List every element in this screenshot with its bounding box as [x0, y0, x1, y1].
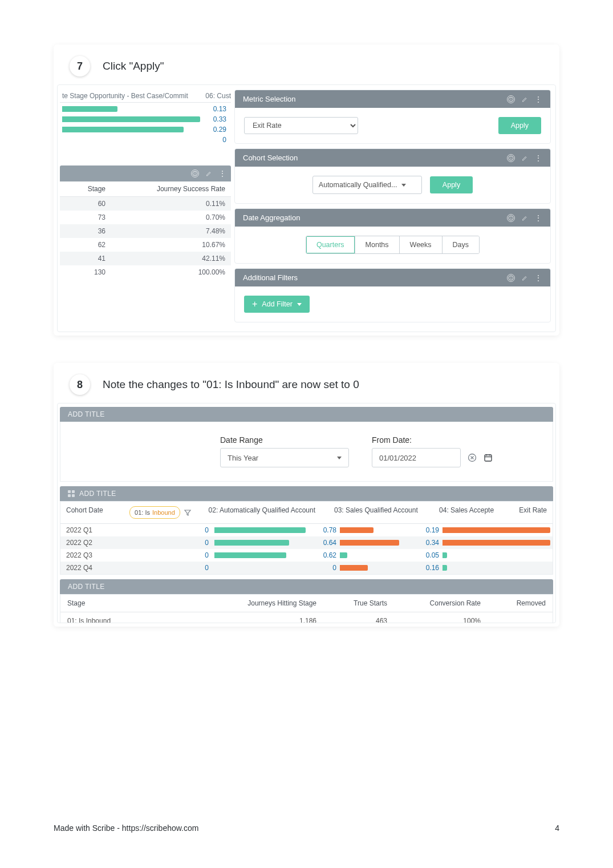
svg-rect-16 — [485, 455, 492, 461]
step-8-number: 8 — [70, 374, 90, 395]
table-row: 6210.67% — [60, 238, 231, 252]
info-icon[interactable] — [191, 169, 199, 177]
stage-h1: Journeys Hitting Stage — [218, 595, 323, 612]
cohort-select[interactable]: Automatically Qualified... — [312, 176, 422, 194]
more-icon[interactable]: ⋮ — [534, 214, 542, 222]
step-7-title: Click "Apply" — [103, 60, 164, 72]
date-aggregation-title: Date Aggregation — [243, 213, 507, 222]
bar-row: 0.33 — [62, 114, 229, 124]
filter-icon[interactable] — [184, 508, 192, 516]
step-8-card: 8 Note the changes to "01: Is Inbound" a… — [54, 363, 559, 627]
svg-point-14 — [510, 276, 511, 277]
more-icon[interactable]: ⋮ — [534, 274, 542, 282]
page-number: 4 — [555, 823, 559, 833]
more-icon[interactable]: ⋮ — [534, 95, 542, 103]
metric-selection-title: Metric Selection — [243, 95, 507, 103]
aggregation-option-days[interactable]: Days — [442, 236, 479, 253]
info-icon[interactable] — [507, 274, 515, 282]
step-7-body: te Stage Opportunity - Best Case/Commit … — [57, 84, 556, 332]
plus-icon: + — [252, 300, 257, 309]
cohort-exit-rate-grid: Cohort Date 01: Is Inbound 02: Automatic… — [60, 501, 553, 575]
table-row: 730.70% — [60, 211, 231, 224]
metric-selection-panel: Metric Selection ⋮ Exit Rate Apply — [234, 90, 551, 144]
date-range-value: This Year — [228, 454, 258, 462]
additional-filters-title: Additional Filters — [243, 273, 507, 282]
left-column-headers: te Stage Opportunity - Best Case/Commit … — [60, 90, 231, 103]
edit-icon[interactable] — [521, 154, 529, 162]
stage-h4: Removed — [488, 595, 553, 612]
grid-h-c4: 04: Sales Accepte — [433, 502, 500, 523]
chip-pre: 01: Is — [135, 509, 150, 516]
date-range-row: Date Range This Year From Date: 01/01/20… — [60, 422, 553, 482]
metric-select[interactable]: Exit Rate — [244, 117, 358, 134]
stage-row: 01: Is Inbound1,186463100% — [60, 612, 553, 623]
aggregation-option-quarters[interactable]: Quarters — [306, 236, 355, 253]
svg-point-11 — [510, 216, 511, 217]
add-title-bar-3[interactable]: ADD TITLE — [60, 579, 553, 594]
info-icon[interactable] — [507, 214, 515, 222]
date-aggregation-panel: Date Aggregation ⋮ QuartersMonthsWeeksDa… — [234, 208, 551, 264]
bar-value: 0.13 — [200, 105, 229, 113]
success-rate-table: Stage Journey Success Rate 600.11%730.70… — [60, 181, 231, 279]
cohort-apply-button[interactable]: Apply — [430, 176, 473, 193]
add-title-bar-2[interactable]: ADD TITLE — [60, 486, 553, 501]
filter-chip[interactable]: 01: Is Inbound — [129, 506, 180, 519]
svg-point-5 — [510, 98, 511, 98]
stage-h2: True Starts — [323, 595, 394, 612]
grid-row: 2022 Q300.620.05 — [60, 549, 553, 562]
step-8-body: ADD TITLE Date Range This Year From Date… — [57, 403, 556, 623]
grid-h-c2: 02: Automatically Qualified Account — [203, 502, 328, 523]
step-8-header: 8 Note the changes to "01: Is Inbound" a… — [54, 363, 559, 401]
stage-table-header: Stage Journeys Hitting Stage True Starts… — [60, 595, 553, 612]
edit-icon[interactable] — [521, 214, 529, 222]
more-icon[interactable]: ⋮ — [534, 154, 542, 162]
chevron-down-icon — [401, 184, 406, 187]
add-filter-button[interactable]: + Add Filter — [244, 296, 310, 313]
aggregation-option-weeks[interactable]: Weeks — [399, 236, 442, 253]
grid-h-cohort: Cohort Date — [60, 502, 124, 523]
date-range-select[interactable]: This Year — [220, 448, 349, 467]
step-7-right-column: Metric Selection ⋮ Exit Rate Apply — [234, 90, 553, 322]
rate-table-h2: Journey Success Rate — [111, 181, 231, 197]
step-7-header: 7 Click "Apply" — [54, 45, 559, 82]
from-date-input[interactable]: 01/01/2022 — [372, 448, 461, 467]
grid-header: Cohort Date 01: Is Inbound 02: Automatic… — [60, 502, 553, 524]
bar-row: 0.29 — [62, 124, 229, 135]
date-range-label: Date Range — [220, 435, 349, 445]
grid-row: 2022 Q100.780.19 — [60, 524, 553, 536]
more-icon[interactable]: ⋮ — [218, 169, 226, 177]
step-8-title: Note the changes to "01: Is Inbound" are… — [103, 378, 359, 391]
left-header-2: 06: Cust — [194, 92, 231, 100]
stage-h3: Conversion Rate — [394, 595, 488, 612]
info-icon[interactable] — [507, 95, 515, 103]
step-7-left-column: te Stage Opportunity - Best Case/Commit … — [60, 90, 231, 322]
cohort-selection-title: Cohort Selection — [243, 154, 507, 162]
edit-icon[interactable] — [205, 169, 213, 177]
grid-h-exit: Exit Rate — [500, 502, 553, 523]
aggregation-option-months[interactable]: Months — [355, 236, 399, 253]
svg-point-2 — [194, 172, 195, 172]
metric-apply-button[interactable]: Apply — [498, 117, 541, 134]
edit-icon[interactable] — [521, 95, 529, 103]
page-footer: Made with Scribe - https://scribehow.com… — [54, 823, 559, 833]
add-title-bar-1[interactable]: ADD TITLE — [60, 407, 553, 422]
bar-value: 0.33 — [200, 115, 229, 123]
left-header-1: te Stage Opportunity - Best Case/Commit — [60, 92, 194, 100]
table-row: 4142.11% — [60, 252, 231, 265]
mini-panel-header: ⋮ — [60, 165, 231, 181]
grid-row: 2022 Q200.640.34 — [60, 536, 553, 549]
edit-icon[interactable] — [521, 274, 529, 282]
info-icon[interactable] — [507, 154, 515, 162]
table-row: 600.11% — [60, 197, 231, 211]
left-mini-panel: ⋮ Stage Journey Success Rate 600.11%730.… — [60, 165, 231, 279]
grid-h-isinbound[interactable]: 01: Is Inbound — [124, 502, 202, 523]
grid-icon — [68, 490, 75, 497]
chip-highlight: Inbound — [152, 509, 175, 516]
stage-h0: Stage — [60, 595, 218, 612]
calendar-icon[interactable] — [484, 453, 493, 462]
chevron-down-icon — [337, 457, 342, 459]
chevron-down-icon — [297, 303, 302, 306]
stage-summary-table: Stage Journeys Hitting Stage True Starts… — [60, 594, 553, 623]
from-date-label: From Date: — [372, 435, 493, 445]
clear-icon[interactable] — [468, 453, 477, 462]
